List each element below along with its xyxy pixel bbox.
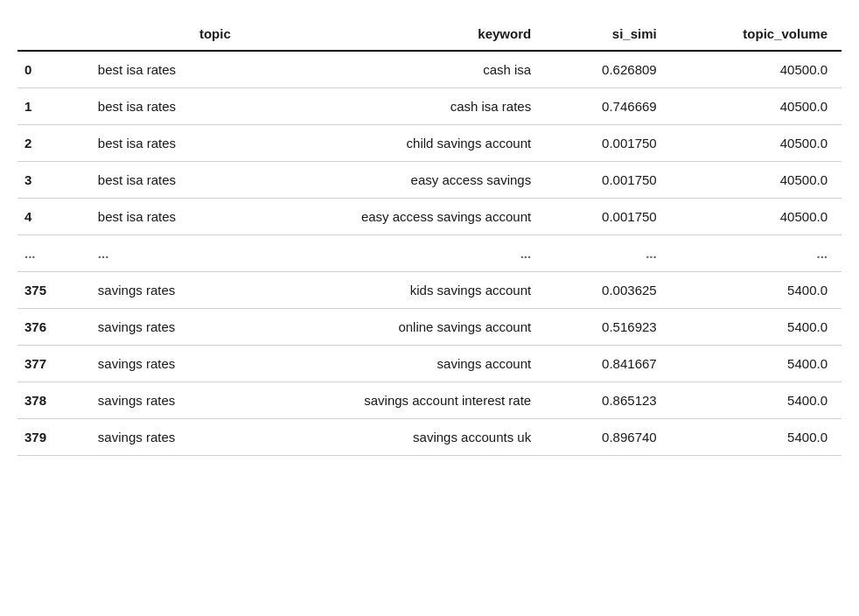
table-header-row: topic keyword si_simi topic_volume (17, 18, 842, 51)
cell-si-simi: ... (545, 235, 671, 272)
cell-topic: best isa rates (84, 162, 245, 199)
data-table-container: topic keyword si_simi topic_volume 0best… (17, 18, 842, 456)
cell-topic-volume: 5400.0 (671, 309, 842, 346)
cell-keyword: ... (245, 235, 545, 272)
cell-topic: savings rates (84, 309, 245, 346)
table-row: 376savings ratesonline savings account0.… (17, 309, 842, 346)
cell-si-simi: 0.626809 (545, 51, 671, 88)
cell-topic: savings rates (84, 382, 245, 419)
cell-topic: best isa rates (84, 88, 245, 125)
col-header-keyword: keyword (245, 18, 545, 51)
cell-topic: savings rates (84, 419, 245, 456)
table-row: 377savings ratessavings account0.8416675… (17, 346, 842, 382)
cell-topic-volume: 40500.0 (671, 51, 842, 88)
table-row: 2best isa rateschild savings account0.00… (17, 125, 842, 162)
cell-topic: ... (84, 235, 245, 272)
col-header-topic-volume: topic_volume (671, 18, 842, 51)
col-header-index (17, 18, 84, 51)
cell-keyword: kids savings account (245, 272, 545, 309)
cell-topic: best isa rates (84, 199, 245, 235)
cell-index: 375 (17, 272, 84, 309)
table-row: ............... (17, 235, 842, 272)
cell-topic: best isa rates (84, 125, 245, 162)
cell-topic-volume: 5400.0 (671, 346, 842, 382)
table-row: 375savings rateskids savings account0.00… (17, 272, 842, 309)
cell-si-simi: 0.001750 (545, 199, 671, 235)
cell-si-simi: 0.001750 (545, 162, 671, 199)
cell-topic-volume: 40500.0 (671, 199, 842, 235)
cell-topic-volume: 5400.0 (671, 382, 842, 419)
table-row: 1best isa ratescash isa rates0.746669405… (17, 88, 842, 125)
cell-keyword: child savings account (245, 125, 545, 162)
cell-si-simi: 0.841667 (545, 346, 671, 382)
cell-topic: best isa rates (84, 51, 245, 88)
cell-topic-volume: 5400.0 (671, 272, 842, 309)
cell-index: 378 (17, 382, 84, 419)
cell-keyword: cash isa (245, 51, 545, 88)
cell-index: 379 (17, 419, 84, 456)
table-row: 3best isa rateseasy access savings0.0017… (17, 162, 842, 199)
cell-keyword: easy access savings (245, 162, 545, 199)
cell-si-simi: 0.001750 (545, 125, 671, 162)
table-row: 0best isa ratescash isa0.62680940500.0 (17, 51, 842, 88)
cell-topic: savings rates (84, 346, 245, 382)
table-row: 379savings ratessavings accounts uk0.896… (17, 419, 842, 456)
data-table: topic keyword si_simi topic_volume 0best… (17, 18, 842, 456)
cell-topic-volume: 5400.0 (671, 419, 842, 456)
cell-topic-volume: 40500.0 (671, 162, 842, 199)
cell-topic-volume: 40500.0 (671, 125, 842, 162)
cell-index: 3 (17, 162, 84, 199)
cell-keyword: savings accounts uk (245, 419, 545, 456)
cell-keyword: online savings account (245, 309, 545, 346)
cell-index: 377 (17, 346, 84, 382)
cell-topic-volume: ... (671, 235, 842, 272)
table-row: 4best isa rateseasy access savings accou… (17, 199, 842, 235)
cell-topic-volume: 40500.0 (671, 88, 842, 125)
cell-si-simi: 0.865123 (545, 382, 671, 419)
cell-index: ... (17, 235, 84, 272)
cell-keyword: easy access savings account (245, 199, 545, 235)
cell-index: 4 (17, 199, 84, 235)
cell-keyword: savings account (245, 346, 545, 382)
col-header-si-simi: si_simi (545, 18, 671, 51)
table-row: 378savings ratessavings account interest… (17, 382, 842, 419)
cell-index: 2 (17, 125, 84, 162)
cell-index: 376 (17, 309, 84, 346)
cell-si-simi: 0.896740 (545, 419, 671, 456)
col-header-topic: topic (84, 18, 245, 51)
cell-si-simi: 0.746669 (545, 88, 671, 125)
cell-si-simi: 0.003625 (545, 272, 671, 309)
cell-index: 0 (17, 51, 84, 88)
cell-si-simi: 0.516923 (545, 309, 671, 346)
cell-keyword: cash isa rates (245, 88, 545, 125)
cell-topic: savings rates (84, 272, 245, 309)
cell-index: 1 (17, 88, 84, 125)
cell-keyword: savings account interest rate (245, 382, 545, 419)
